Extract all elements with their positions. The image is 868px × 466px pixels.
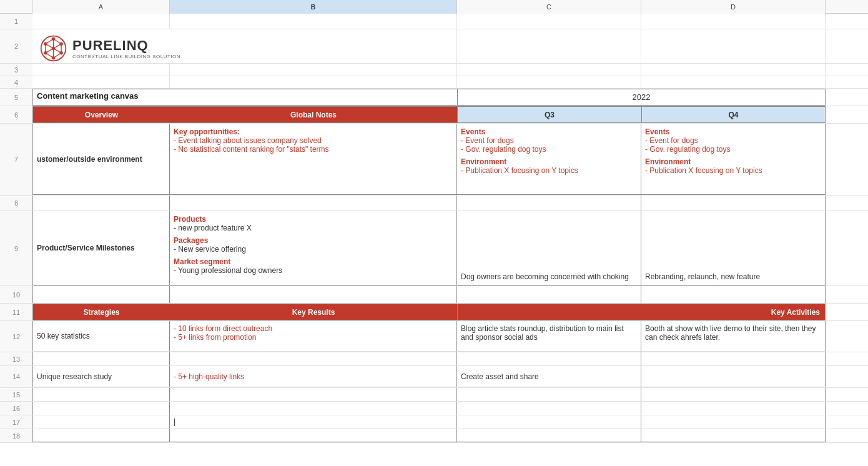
svg-line-8 [54, 39, 62, 44]
cell-15c [457, 388, 641, 401]
row-3 [32, 64, 868, 76]
row-num-7: 7 [0, 124, 32, 196]
row-17: | [32, 415, 868, 429]
cell-10b [170, 286, 457, 303]
header-overview: Overview [32, 106, 170, 123]
cell-16d [641, 402, 826, 415]
header-strategies: Strategies [32, 304, 170, 320]
cell-10d [641, 286, 826, 303]
cell-16b [170, 402, 457, 415]
row-num-8: 8 [0, 196, 32, 211]
cell-15d [641, 388, 826, 401]
cell-4c [457, 76, 641, 88]
cell-4b [170, 76, 457, 88]
products-label: Products [174, 215, 453, 224]
cell-13b [170, 352, 457, 365]
header-key-activities: Key Activities [457, 304, 826, 320]
q3-events-label: Events [461, 127, 637, 136]
q4-environment-label: Environment [645, 157, 821, 166]
col-header-b: B [170, 0, 457, 14]
q3-env1: - Publication X focusing on Y topics [461, 166, 637, 175]
cell-7b[interactable]: Key opportunities: - Event talking about… [170, 124, 457, 195]
cell-2-logo: PURELINQ CONTEXTUAL LINK BUILDING SOLUTI… [32, 29, 457, 63]
cell-5-title: Content marketing canvas [32, 89, 457, 106]
q3-environment-label: Environment [461, 157, 637, 166]
cell-12a: 50 key statistics [32, 321, 170, 352]
key-opportunities-label: Key opportunities: [174, 127, 453, 136]
row-7: ustomer/outside environment Key opportun… [32, 124, 868, 196]
links-promotion: - 5+ links from promotion [174, 333, 453, 342]
cell-17a [32, 415, 170, 429]
svg-line-13 [46, 39, 54, 44]
row-1 [32, 14, 868, 29]
svg-line-10 [54, 53, 62, 58]
logo-brand: PURELINQ [72, 37, 180, 54]
dog-owners-text: Dog owners are becoming concerned with c… [461, 272, 629, 281]
fifty-key-stats-label: 50 key statistics [37, 332, 90, 340]
svg-line-11 [46, 53, 54, 58]
row-13 [32, 352, 868, 366]
header-key-results: Key Results [170, 304, 457, 320]
cell-18b [170, 429, 457, 442]
logo-icon [39, 34, 67, 62]
q4-event1: - Event for dogs [645, 136, 821, 145]
cell-10a [32, 286, 170, 303]
cell-7a: ustomer/outside environment [32, 124, 170, 195]
cell-2c [457, 29, 641, 63]
col-header-a: A [32, 0, 170, 14]
cell-13c [457, 352, 641, 365]
row-num-12: 12 [0, 321, 32, 352]
cell-13d [641, 352, 826, 365]
cell-15a [32, 388, 170, 401]
row-15 [32, 388, 868, 402]
cell-17c [457, 415, 641, 429]
cell-18c [457, 429, 641, 442]
q4-events-label: Events [645, 127, 821, 136]
cell-8a [32, 196, 170, 211]
cell-14b[interactable]: - 5+ high-quality links [170, 366, 457, 387]
year-label: 2022 [633, 92, 651, 102]
cell-17b[interactable]: | [170, 415, 457, 429]
q3-event2: - Gov. regulating dog toys [461, 145, 637, 154]
row-11: Strategies Key Results Key Activities [32, 304, 868, 321]
cell-1c [457, 14, 641, 29]
header-global-notes: Global Notes [170, 106, 457, 123]
cell-8d [641, 196, 826, 211]
row-num-4: 4 [0, 76, 32, 89]
content-marketing-canvas-title: Content marketing canvas [37, 91, 139, 101]
cell-9b[interactable]: Products - new product feature X Package… [170, 211, 457, 285]
cell-9c: Dog owners are becoming concerned with c… [457, 211, 641, 285]
q4-env1: - Publication X focusing on Y topics [645, 166, 821, 175]
cell-9a: Product/Service Milestones [32, 211, 170, 285]
row-num-10: 10 [0, 286, 32, 304]
rebranding-text: Rebranding, relaunch, new feature [645, 272, 760, 281]
market-segment-item1: - Young professional dog owners [174, 266, 453, 275]
packages-label: Packages [174, 236, 453, 245]
market-segment-label: Market segment [174, 257, 453, 266]
cell-9d: Rebranding, relaunch, new feature [641, 211, 826, 285]
cell-10c [457, 286, 641, 303]
col-header-c: C [457, 0, 641, 14]
cell-1d [641, 14, 826, 29]
cell-18d [641, 429, 826, 442]
cell-17d [641, 415, 826, 429]
cell-16a [32, 402, 170, 415]
row-num-9: 9 [0, 211, 32, 286]
links-outreach: - 10 links form direct outreach [174, 324, 453, 333]
svg-line-16 [54, 49, 62, 53]
cell-12c: Blog article stats roundup, distribution… [457, 321, 641, 352]
header-q4: Q4 [641, 106, 826, 123]
cell-12b[interactable]: - 10 links form direct outreach - 5+ lin… [170, 321, 457, 352]
row-10 [32, 286, 868, 304]
cell-3c [457, 64, 641, 76]
row-num-5: 5 [0, 89, 32, 106]
row-4 [32, 76, 868, 89]
cell-8b [170, 196, 457, 211]
row-num-1: 1 [0, 14, 32, 29]
cell-1b [170, 14, 457, 29]
row-2: PURELINQ CONTEXTUAL LINK BUILDING SOLUTI… [32, 29, 868, 64]
col-header-d: D [641, 0, 826, 14]
cell-12d: Booth at show with live demo to their si… [641, 321, 826, 352]
row-num-18: 18 [0, 429, 32, 443]
cell-16c [457, 402, 641, 415]
